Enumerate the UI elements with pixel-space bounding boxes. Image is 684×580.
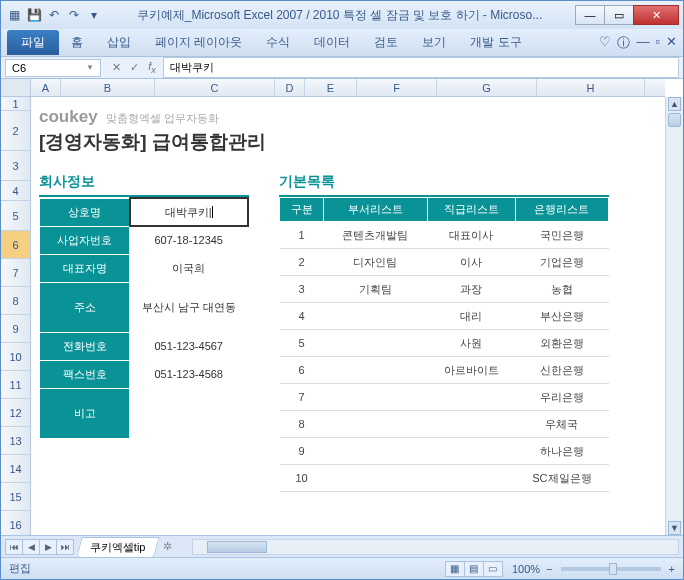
save-icon[interactable]: 💾: [25, 6, 43, 24]
row-headers[interactable]: 12345678910111213141516: [1, 97, 31, 535]
horizontal-scrollbar[interactable]: [192, 539, 679, 555]
cell[interactable]: 사원: [427, 330, 515, 357]
redo-icon[interactable]: ↷: [65, 6, 83, 24]
cell[interactable]: 부산은행: [515, 303, 608, 330]
tab-home[interactable]: 홈: [59, 30, 95, 55]
val-bizno[interactable]: 607-18-12345: [130, 226, 249, 254]
zoom-slider[interactable]: [561, 567, 661, 571]
tab-nav-last-icon[interactable]: ⏭: [56, 539, 74, 555]
cell[interactable]: 기업은행: [515, 249, 608, 276]
cell[interactable]: 아르바이트: [427, 357, 515, 384]
cell[interactable]: [427, 438, 515, 465]
view-pagebreak-icon[interactable]: ▭: [483, 561, 503, 577]
undo-icon[interactable]: ↶: [45, 6, 63, 24]
row-header[interactable]: 2: [1, 111, 30, 151]
cell[interactable]: 이사: [427, 249, 515, 276]
cell[interactable]: 대리: [427, 303, 515, 330]
view-pagelayout-icon[interactable]: ▤: [464, 561, 484, 577]
column-headers[interactable]: ABCDEFGH: [31, 79, 665, 97]
scroll-thumb[interactable]: [668, 113, 681, 127]
cell[interactable]: 8: [280, 411, 324, 438]
row-header[interactable]: 3: [1, 151, 30, 181]
close-button[interactable]: ✕: [633, 5, 679, 25]
cell[interactable]: 신한은행: [515, 357, 608, 384]
table-row[interactable]: 1콘텐츠개발팀대표이사국민은행: [280, 222, 609, 249]
val-ceo[interactable]: 이국희: [130, 254, 249, 282]
spreadsheet-grid[interactable]: ABCDEFGH 12345678910111213141516 coukey …: [1, 79, 683, 535]
cell[interactable]: 디자인팀: [324, 249, 428, 276]
cell-active-edit[interactable]: 대박쿠키|: [130, 198, 249, 226]
cell[interactable]: 농협: [515, 276, 608, 303]
cell[interactable]: [324, 411, 428, 438]
help-icon[interactable]: ♡: [599, 34, 611, 52]
val-tel[interactable]: 051-123-4567: [130, 332, 249, 360]
tab-data[interactable]: 데이터: [302, 30, 362, 55]
hscroll-thumb[interactable]: [207, 541, 267, 553]
table-row[interactable]: 6아르바이트신한은행: [280, 357, 609, 384]
qat-dropdown-icon[interactable]: ▾: [85, 6, 103, 24]
file-tab[interactable]: 파일: [7, 30, 59, 55]
row-header[interactable]: 4: [1, 181, 30, 201]
cell[interactable]: 우체국: [515, 411, 608, 438]
cell[interactable]: 하나은행: [515, 438, 608, 465]
table-row[interactable]: 9하나은행: [280, 438, 609, 465]
cell[interactable]: 2: [280, 249, 324, 276]
cell[interactable]: [324, 465, 428, 492]
table-row[interactable]: 10SC제일은행: [280, 465, 609, 492]
cell[interactable]: 과장: [427, 276, 515, 303]
sheet-tab[interactable]: 쿠키엑셀tip: [76, 537, 159, 557]
cell[interactable]: 우리은행: [515, 384, 608, 411]
row-header[interactable]: 11: [1, 371, 30, 399]
row-header[interactable]: 13: [1, 427, 30, 455]
tab-pagelayout[interactable]: 페이지 레이아웃: [143, 30, 254, 55]
cell[interactable]: [427, 411, 515, 438]
cell[interactable]: 4: [280, 303, 324, 330]
maximize-button[interactable]: ▭: [604, 5, 634, 25]
fx-icon[interactable]: fx: [145, 60, 159, 75]
row-header[interactable]: 7: [1, 259, 30, 287]
col-header[interactable]: G: [437, 79, 537, 96]
row-header[interactable]: 12: [1, 399, 30, 427]
cancel-icon[interactable]: ✕: [109, 61, 123, 74]
table-row[interactable]: 3기획팀과장농협: [280, 276, 609, 303]
name-box[interactable]: C6 ▼: [5, 59, 101, 77]
val-fax[interactable]: 051-123-4568: [130, 360, 249, 388]
row-header[interactable]: 16: [1, 511, 30, 535]
cell[interactable]: 콘텐츠개발팀: [324, 222, 428, 249]
cell[interactable]: 국민은행: [515, 222, 608, 249]
cell[interactable]: [324, 384, 428, 411]
window-min-icon[interactable]: —: [636, 34, 649, 52]
view-normal-icon[interactable]: ▦: [445, 561, 465, 577]
cell[interactable]: 대표이사: [427, 222, 515, 249]
row-header[interactable]: 1: [1, 97, 30, 111]
minimize-ribbon-icon[interactable]: ⓘ: [617, 34, 630, 52]
col-header[interactable]: H: [537, 79, 645, 96]
row-header[interactable]: 6: [1, 231, 30, 259]
vertical-scrollbar[interactable]: ▲ ▼: [665, 97, 683, 535]
cell[interactable]: SC제일은행: [515, 465, 608, 492]
enter-icon[interactable]: ✓: [127, 61, 141, 74]
tab-view[interactable]: 보기: [410, 30, 458, 55]
select-all-corner[interactable]: [1, 79, 31, 97]
cell[interactable]: [427, 384, 515, 411]
cell[interactable]: [324, 357, 428, 384]
zoom-out-icon[interactable]: −: [546, 563, 552, 575]
cell[interactable]: 5: [280, 330, 324, 357]
table-row[interactable]: 7우리은행: [280, 384, 609, 411]
tab-developer[interactable]: 개발 도구: [458, 30, 533, 55]
cell[interactable]: 외환은행: [515, 330, 608, 357]
zoom-handle[interactable]: [609, 563, 617, 575]
cell[interactable]: 9: [280, 438, 324, 465]
row-header[interactable]: 8: [1, 287, 30, 315]
minimize-button[interactable]: —: [575, 5, 605, 25]
col-header[interactable]: D: [275, 79, 305, 96]
col-header[interactable]: C: [155, 79, 275, 96]
tab-nav-next-icon[interactable]: ▶: [39, 539, 57, 555]
table-row[interactable]: 4대리부산은행: [280, 303, 609, 330]
table-row[interactable]: 2디자인팀이사기업은행: [280, 249, 609, 276]
new-sheet-icon[interactable]: ✲: [163, 540, 172, 553]
scroll-up-icon[interactable]: ▲: [668, 97, 681, 111]
col-header[interactable]: B: [61, 79, 155, 96]
cell[interactable]: 1: [280, 222, 324, 249]
table-row[interactable]: 8우체국: [280, 411, 609, 438]
